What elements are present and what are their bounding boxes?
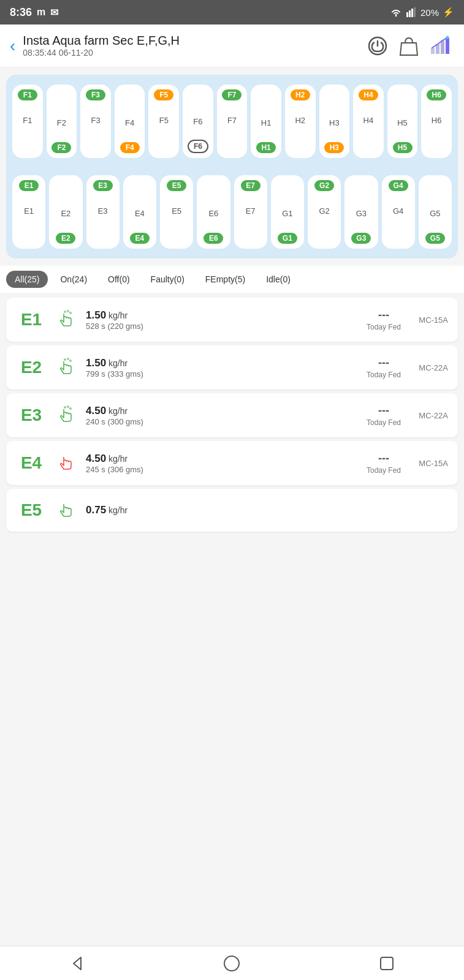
silo-top-badge: E1 (19, 180, 39, 191)
silo-E3[interactable]: E3E3 (86, 175, 120, 249)
silo-F3[interactable]: F3F3 (80, 85, 111, 158)
silo-G1[interactable]: G1G1 (271, 175, 304, 249)
silo-bottom-badge: F4 (120, 142, 140, 153)
silo-F2[interactable]: F2F2 (47, 85, 77, 158)
device-mc-E3: MC-22A (411, 411, 448, 420)
silo-bottom-badge: H3 (324, 142, 344, 153)
device-detail: 240 s (300 gms) (86, 417, 356, 426)
device-detail: 528 s (220 gms) (86, 322, 356, 331)
silo-label: E5 (172, 206, 181, 216)
silo-label: G4 (393, 206, 403, 216)
device-stats-E2: 1.50 kg/hr 799 s (333 gms) (86, 357, 356, 379)
silo-bottom-badge: E6 (203, 233, 223, 244)
nav-home-button[interactable] (216, 948, 247, 979)
svg-point-15 (69, 360, 72, 362)
device-stats-E1: 1.50 kg/hr 528 s (220 gms) (86, 309, 356, 331)
silo-E6[interactable]: E6E6 (197, 175, 230, 249)
partial-device-stats: 0.75 kg/hr (86, 504, 448, 516)
svg-rect-2 (411, 9, 413, 17)
power-button[interactable] (366, 34, 389, 58)
silo-label: F5 (159, 116, 169, 125)
fed-label: Today Fed (362, 323, 405, 331)
silo-E1[interactable]: E1E1 (12, 175, 45, 249)
fed-dashes: --- (362, 356, 405, 369)
device-card-E1[interactable]: E1 1.50 kg/hr 528 s (220 gms)--- Today F… (6, 298, 458, 342)
svg-rect-21 (381, 957, 393, 970)
device-fed-E3: --- Today Fed (362, 404, 405, 427)
fed-dashes: --- (362, 404, 405, 417)
silo-bottom-badge: E2 (56, 233, 75, 244)
svg-rect-5 (431, 48, 435, 54)
nav-back-button[interactable] (62, 948, 93, 979)
header-icons (366, 34, 454, 58)
silo-H4[interactable]: H4H4 (353, 85, 384, 158)
silo-E4[interactable]: E4E4 (123, 175, 156, 249)
device-list: E1 1.50 kg/hr 528 s (220 gms)--- Today F… (0, 298, 464, 485)
svg-rect-8 (446, 38, 449, 54)
nav-recent-button[interactable] (371, 948, 402, 979)
svg-point-9 (446, 36, 449, 39)
filter-tab-On24[interactable]: On(24) (51, 271, 96, 288)
silo-H3[interactable]: H3H3 (319, 85, 350, 158)
filter-tab-Idle0[interactable]: Idle(0) (257, 271, 299, 288)
svg-point-16 (64, 406, 66, 409)
device-detail: 245 s (306 gms) (86, 465, 356, 474)
silo-G3[interactable]: G3G3 (344, 175, 378, 249)
wifi-icon (390, 7, 402, 17)
silo-F4[interactable]: F4F4 (115, 85, 145, 158)
bag-button[interactable] (398, 34, 420, 58)
silo-label: H5 (397, 118, 408, 127)
filter-tab-All25[interactable]: All(25) (6, 271, 48, 288)
chart-button[interactable] (428, 34, 454, 58)
partial-touch-icon (53, 497, 80, 524)
silo-top-badge: E5 (167, 180, 186, 191)
silo-H1[interactable]: H1H1 (251, 85, 281, 158)
device-card-E2[interactable]: E2 1.50 kg/hr 799 s (333 gms)--- Today F… (6, 345, 458, 390)
silo-G2[interactable]: G2G2 (308, 175, 341, 249)
silo-F6[interactable]: F6F6 (183, 85, 213, 158)
device-card-E4[interactable]: E4 4.50 kg/hr 245 s (306 gms)--- Today F… (6, 441, 458, 485)
device-mc-E2: MC-22A (411, 363, 448, 372)
back-button[interactable]: ‹ (10, 36, 15, 56)
filter-tab-FEmpty5[interactable]: FEmpty(5) (197, 271, 254, 288)
device-stats-E3: 4.50 kg/hr 240 s (300 gms) (86, 405, 356, 426)
filter-tab-Faulty0[interactable]: Faulty(0) (142, 271, 193, 288)
fed-label: Today Fed (362, 371, 405, 379)
device-fed-E4: --- Today Fed (362, 452, 405, 475)
svg-rect-3 (414, 7, 416, 17)
bottom-nav (0, 946, 464, 980)
device-card-E3[interactable]: E3 4.50 kg/hr 240 s (300 gms)--- Today F… (6, 393, 458, 437)
silo-H2[interactable]: H2H2 (285, 85, 316, 158)
device-rate: 4.50 kg/hr (86, 405, 356, 417)
filter-tab-Off0[interactable]: Off(0) (99, 271, 139, 288)
touch-icon-E1 (53, 306, 80, 333)
silo-F1[interactable]: F1F1 (12, 85, 43, 158)
silo-E2[interactable]: E2E2 (49, 175, 82, 249)
device-rate: 1.50 kg/hr (86, 309, 356, 322)
signal-icon (406, 7, 417, 17)
silo-G5[interactable]: G5G5 (419, 175, 452, 249)
device-mc-E4: MC-15A (411, 459, 448, 468)
device-rate: 1.50 kg/hr (86, 357, 356, 369)
device-fed-E2: --- Today Fed (362, 356, 405, 379)
silo-bottom-badge: G5 (425, 233, 445, 244)
silo-H5[interactable]: H5H5 (387, 85, 418, 158)
silo-E7[interactable]: E7E7 (234, 175, 267, 249)
header-title: Insta Aqua farm Sec E,F,G,H 08:35:44 06-… (23, 34, 366, 58)
silo-G4[interactable]: G4G4 (382, 175, 415, 249)
mail-icon: ✉ (50, 7, 58, 18)
svg-rect-1 (409, 10, 411, 17)
device-id-E3: E3 (16, 405, 47, 425)
touch-icon-E4 (53, 450, 80, 477)
silo-label: H3 (329, 118, 340, 127)
silo-top-badge: F7 (222, 89, 242, 100)
silo-H6[interactable]: H6H6 (421, 85, 452, 158)
m-icon: m (37, 7, 45, 18)
title-main: Insta Aqua farm Sec E,F,G,H (23, 34, 366, 48)
silo-E5[interactable]: E5E5 (160, 175, 193, 249)
silo-F7[interactable]: F7F7 (217, 85, 248, 158)
silo-top-badge: H6 (427, 89, 446, 100)
silo-top-badge: F1 (18, 89, 37, 100)
silo-F5[interactable]: F5F5 (148, 85, 179, 158)
silo-label: E1 (24, 206, 34, 216)
